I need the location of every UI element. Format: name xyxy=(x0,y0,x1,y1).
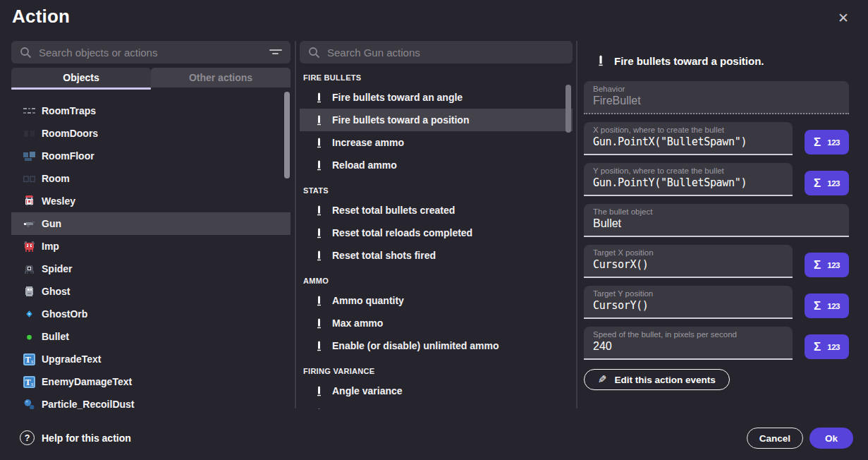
expression-editor-button[interactable]: Σ 123 xyxy=(805,130,849,155)
svg-text:x: x xyxy=(31,358,34,365)
field-value[interactable]: 240 xyxy=(593,340,783,353)
action-row-ammo-quantity[interactable]: Ammo quantity xyxy=(300,289,573,312)
bullet-icon xyxy=(314,408,324,410)
actions-scrollbar-thumb[interactable] xyxy=(566,85,571,133)
numbers-icon: 123 xyxy=(827,179,840,188)
object-row-imp[interactable]: Imp xyxy=(11,235,291,258)
field-value[interactable]: Gun.PointY("BulletSpawn") xyxy=(593,176,783,189)
object-tabs: Objects Other actions xyxy=(11,68,291,87)
object-label: Imp xyxy=(42,241,59,252)
group-header-firing-variance: FIRING VARIANCE xyxy=(300,364,573,380)
cancel-button[interactable]: Cancel xyxy=(747,428,803,449)
object-label: Wesley xyxy=(42,195,75,207)
object-row-ghost[interactable]: Ghost xyxy=(11,280,291,303)
dialog-footer: ? Help for this action Cancel Ok xyxy=(0,415,868,460)
object-row-roomdoors[interactable]: RoomDoors xyxy=(11,122,291,145)
actions-search[interactable] xyxy=(300,41,573,63)
action-row-reload-ammo[interactable]: Reload ammo xyxy=(300,154,573,176)
action-row-fire-angle[interactable]: Fire bullets toward an angle xyxy=(300,86,573,109)
expression-editor-button[interactable]: Σ 123 xyxy=(805,253,849,277)
roomdoors-icon xyxy=(23,128,35,140)
action-label: Fire bullets toward an angle xyxy=(332,92,463,103)
active-tab-underline xyxy=(11,87,151,90)
action-row-fire-position[interactable]: Fire bullets toward a position xyxy=(300,109,573,131)
object-row-spider[interactable]: Spider xyxy=(11,258,291,280)
bullet-object-icon xyxy=(23,331,35,343)
object-row-roomfloor[interactable]: RoomFloor xyxy=(11,145,291,167)
help-link[interactable]: ? Help for this action xyxy=(20,430,131,445)
object-row-ghostorb[interactable]: GhostOrb xyxy=(11,303,291,325)
object-label: Bullet xyxy=(42,331,69,342)
tab-other-actions[interactable]: Other actions xyxy=(151,68,291,87)
ok-button[interactable]: Ok xyxy=(809,428,853,449)
object-label: RoomDoors xyxy=(42,128,98,139)
object-row-gun[interactable]: Gun xyxy=(11,212,291,235)
objects-search-input[interactable] xyxy=(39,47,262,59)
bullet-icon xyxy=(314,92,324,103)
field-value[interactable]: CursorY() xyxy=(593,299,783,312)
object-label: EnemyDamageText xyxy=(42,376,132,387)
object-label: Spider xyxy=(42,263,73,274)
bullet-icon xyxy=(314,386,324,397)
group-header-stats: STATS xyxy=(300,183,573,199)
target-x-field[interactable]: Target X position CursorX() xyxy=(584,245,793,278)
actions-search-input[interactable] xyxy=(327,47,564,59)
expression-editor-button[interactable]: Σ 123 xyxy=(805,293,849,318)
object-row-room[interactable]: Room xyxy=(11,167,291,190)
object-row-roomtraps[interactable]: RoomTraps xyxy=(11,99,291,122)
bullet-object-field[interactable]: The bullet object Bullet xyxy=(584,204,849,237)
action-row-reset-bullets-created[interactable]: Reset total bullets created xyxy=(300,199,573,222)
expression-editor-button[interactable]: Σ 123 xyxy=(805,334,849,359)
imp-icon xyxy=(23,241,35,253)
edit-button-label: Edit this action events xyxy=(615,375,716,385)
action-label: Ammo quantity xyxy=(332,295,404,306)
field-label: Target Y position xyxy=(593,289,783,298)
action-dialog: Action ✕ Objects Other actions RoomTraps… xyxy=(0,0,868,460)
particle-icon xyxy=(23,399,35,410)
sigma-icon: Σ xyxy=(814,176,821,190)
action-row-angle-variance[interactable]: Angle variance xyxy=(300,380,573,402)
action-row-max-ammo[interactable]: Max ammo xyxy=(300,312,573,334)
action-label: Reload ammo xyxy=(332,159,397,171)
object-row-upgradetext[interactable]: Tx UpgradeText xyxy=(11,348,291,370)
objects-search[interactable] xyxy=(11,41,291,63)
action-row-clipped[interactable] xyxy=(300,402,573,409)
action-row-reset-reloads-completed[interactable]: Reset total reloads completed xyxy=(300,222,573,244)
x-position-field[interactable]: X position, where to create the bullet G… xyxy=(584,122,793,155)
text-object-icon: Tx xyxy=(23,376,35,388)
action-row-reset-shots-fired[interactable]: Reset total shots fired xyxy=(300,244,573,267)
object-row-wesley[interactable]: Wesley xyxy=(11,190,291,212)
actions-panel: FIRE BULLETS Fire bullets toward an angl… xyxy=(300,41,573,409)
filter-icon[interactable] xyxy=(269,48,282,56)
object-label: Gun xyxy=(42,218,61,229)
bullet-icon xyxy=(314,341,324,351)
edit-action-events-button[interactable]: ✎ Edit this action events xyxy=(584,369,730,390)
numbers-icon: 123 xyxy=(827,261,840,270)
action-row-unlimited-ammo[interactable]: Enable (or disable) unlimited ammo xyxy=(300,334,573,357)
action-description: Fire bullets toward a position. xyxy=(584,49,849,72)
action-label: Max ammo xyxy=(332,317,383,329)
y-position-field[interactable]: Y position, where to create the bullet G… xyxy=(584,163,793,196)
objects-scrollbar-thumb[interactable] xyxy=(284,92,290,178)
bullet-icon xyxy=(314,205,324,216)
expression-editor-button[interactable]: Σ 123 xyxy=(805,171,849,195)
search-icon xyxy=(20,47,32,59)
object-row-enemydamagetext[interactable]: Tx EnemyDamageText xyxy=(11,370,291,393)
object-row-particle-recoildust[interactable]: Particle_RecoilDust xyxy=(11,393,291,409)
tab-objects[interactable]: Objects xyxy=(11,68,151,87)
object-row-bullet[interactable]: Bullet xyxy=(11,325,291,348)
action-row-increase-ammo[interactable]: Increase ammo xyxy=(300,131,573,154)
object-label: RoomTraps xyxy=(42,105,96,116)
action-label: Reset total bullets created xyxy=(332,205,455,216)
search-icon xyxy=(308,47,320,59)
field-value[interactable]: CursorX() xyxy=(593,258,783,271)
field-value[interactable]: Gun.PointX("BulletSpawn") xyxy=(593,135,783,148)
speed-field[interactable]: Speed of the bullet, in pixels per secon… xyxy=(584,327,793,360)
action-label: Increase ammo xyxy=(332,137,404,148)
close-icon[interactable]: ✕ xyxy=(834,9,852,28)
field-label: X position, where to create the bullet xyxy=(593,126,783,134)
target-y-field[interactable]: Target Y position CursorY() xyxy=(584,286,793,319)
panel-divider xyxy=(576,41,577,408)
field-value[interactable]: Bullet xyxy=(593,217,840,230)
action-label: Reset total shots fired xyxy=(332,250,436,261)
